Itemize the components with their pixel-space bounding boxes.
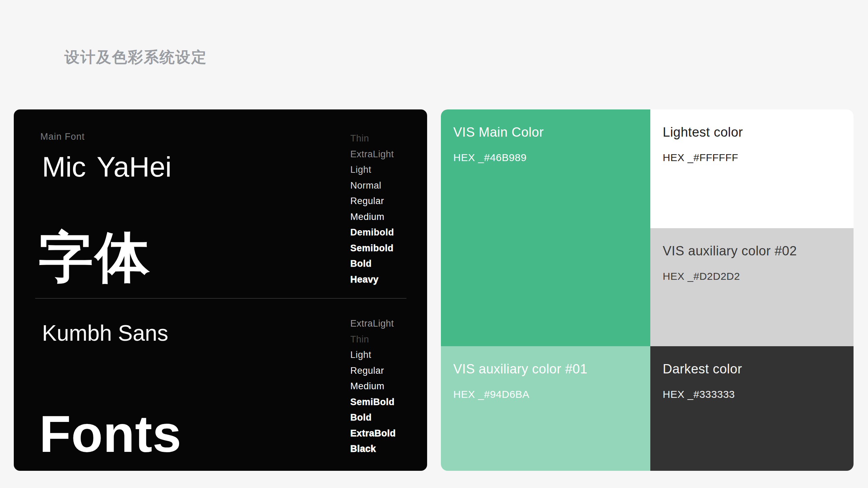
font-weight-label: Bold [350,256,394,272]
swatch-hex-value: HEX _#D2D2D2 [663,270,740,283]
latin-font-specimen: Fonts [39,408,182,460]
swatch-hex-value: HEX _#FFFFFF [663,151,738,164]
font-weight-label: Heavy [350,272,394,288]
card-divider [35,298,406,299]
swatch-hex-value: HEX _#333333 [663,388,735,401]
font-weight-label: Thin [350,131,394,147]
swatch-lightest-color: Lightest color HEX _#FFFFFF [650,109,854,228]
font-weight-label: Demibold [350,225,394,241]
main-font-name: Mic YaHei [42,150,172,184]
typography-card: Main Font Mic YaHei ThinExtraLightLightN… [14,109,427,471]
swatch-hex-value: HEX _#94D6BA [453,388,529,401]
font-weight-label: Semibold [350,241,394,256]
swatch-title: VIS Main Color [453,125,544,140]
main-font-weight-list: ThinExtraLightLightNormalRegularMediumDe… [350,131,394,287]
secondary-font-weight-list: ExtraLightThinLightRegularMediumSemiBold… [350,316,396,457]
swatch-hex-value: HEX _#46B989 [453,151,527,164]
swatch-auxiliary-color-01: VIS auxiliary color #01 HEX _#94D6BA [441,346,650,471]
swatch-title: VIS auxiliary color #02 [663,243,797,259]
font-weight-label: Regular [350,193,394,209]
font-weight-label: ExtraBold [350,426,396,442]
font-weight-label: ExtraLight [350,316,396,332]
font-weight-label: Bold [350,410,396,426]
design-system-board: 设计及色彩系统设定 Main Font Mic YaHei ThinExtraL… [0,0,868,488]
font-weight-label: Black [350,441,396,457]
font-weight-label: Light [350,162,394,178]
swatch-title: Lightest color [663,125,743,140]
font-weight-label: Regular [350,363,396,379]
font-weight-label: Thin [350,332,396,348]
secondary-font-name: Kumbh Sans [42,320,168,347]
swatch-darkest-color: Darkest color HEX _#333333 [650,346,854,471]
swatch-title: VIS auxiliary color #01 [453,361,588,377]
page-title: 设计及色彩系统设定 [64,47,207,67]
main-font-label: Main Font [40,131,85,143]
swatch-vis-main-color: VIS Main Color HEX _#46B989 [441,109,650,346]
font-weight-label: ExtraLight [350,147,394,162]
font-weight-label: SemiBold [350,394,396,410]
swatch-auxiliary-color-02: VIS auxiliary color #02 HEX _#D2D2D2 [650,228,854,346]
font-weight-label: Medium [350,209,394,225]
font-weight-label: Light [350,347,396,363]
color-grid: VIS Main Color HEX _#46B989 Lightest col… [441,109,854,471]
cjk-font-specimen: 字体 [39,230,152,284]
font-weight-label: Medium [350,379,396,394]
font-weight-label: Normal [350,178,394,194]
swatch-title: Darkest color [663,361,742,377]
